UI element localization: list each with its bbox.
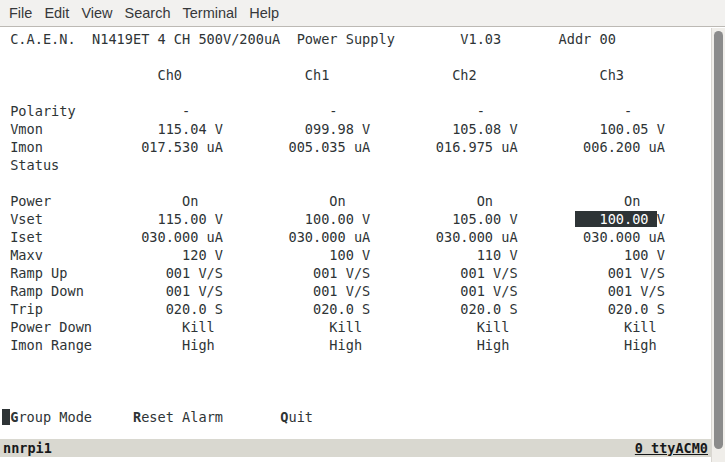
- scrollbar[interactable]: [711, 28, 725, 462]
- channel-header-row: Ch0 Ch1 Ch2 Ch3: [2, 66, 711, 84]
- title-line: C.A.E.N. N1419ET 4 CH 500V/200uA Power S…: [2, 30, 711, 48]
- row-ramp-down: Ramp Down 001 V/S 001 V/S 001 V/S 001 V/…: [2, 282, 711, 300]
- menu-file[interactable]: File: [3, 5, 38, 21]
- row-imon: Imon 017.530 uA 005.035 uA 016.975 uA 00…: [2, 138, 711, 156]
- menubar: File Edit View Search Terminal Help: [0, 0, 725, 27]
- terminal-text: [92, 409, 133, 425]
- menu-search[interactable]: Search: [119, 5, 177, 21]
- menu-edit[interactable]: Edit: [38, 5, 75, 21]
- row-maxv: Maxv 120 V 100 V 110 V 100 V: [2, 246, 711, 264]
- status-bar: nnrpi1 0 ttyACM0: [0, 439, 711, 457]
- row-status: Status: [2, 156, 711, 174]
- row-polarity: Polarity - - - -: [2, 102, 711, 120]
- terminal-text: Trip 020.0 S 020.0 S 020.0 S 020.0 S: [2, 301, 665, 317]
- row-ramp-up: Ramp Up 001 V/S 001 V/S 001 V/S 001 V/S: [2, 264, 711, 282]
- reset-alarm-hotkey[interactable]: R: [133, 409, 141, 425]
- footer-commands: Group Mode Reset Alarm Quit: [2, 408, 711, 426]
- terminal-text: V: [657, 211, 665, 227]
- row-imon-range: Imon Range High High High High: [2, 336, 711, 354]
- row-vset: Vset 115.00 V 100.00 V 105.00 V 100.00 V: [2, 210, 711, 228]
- blank-line: [2, 84, 711, 102]
- blank-line: [2, 390, 711, 408]
- group-mode-command[interactable]: roup Mode: [18, 409, 92, 425]
- terminal-text: Vmon 115.04 V 099.98 V 105.08 V 100.05 V: [2, 121, 665, 137]
- terminal-text: Maxv 120 V 100 V 110 V 100 V: [2, 247, 665, 263]
- vset-ch3-selected-value[interactable]: 100.00: [575, 211, 657, 227]
- quit-command[interactable]: uit: [288, 409, 313, 425]
- terminal-text: Power On On On On: [2, 193, 640, 209]
- terminal-window: File Edit View Search Terminal Help C.A.…: [0, 0, 725, 462]
- row-vmon: Vmon 115.04 V 099.98 V 105.08 V 100.05 V: [2, 120, 711, 138]
- row-iset: Iset 030.000 uA 030.000 uA 030.000 uA 03…: [2, 228, 711, 246]
- blank-line: [2, 372, 711, 390]
- scrollbar-thumb[interactable]: [714, 31, 723, 449]
- blank-line: [2, 354, 711, 372]
- terminal-text: Vset 115.00 V 100.00 V 105.00 V: [2, 211, 575, 227]
- blank-line: [2, 48, 711, 66]
- statusbar-hostname: nnrpi1: [3, 439, 52, 457]
- terminal-text: Imon Range High High High High: [2, 337, 657, 353]
- terminal-text: [223, 409, 280, 425]
- row-trip: Trip 020.0 S 020.0 S 020.0 S 020.0 S: [2, 300, 711, 318]
- terminal-text: Imon 017.530 uA 005.035 uA 016.975 uA 00…: [2, 139, 665, 155]
- terminal-text: Power Down Kill Kill Kill Kill: [2, 319, 657, 335]
- reset-alarm-command[interactable]: eset Alarm: [141, 409, 223, 425]
- terminal-text: Ramp Up 001 V/S 001 V/S 001 V/S 001 V/S: [2, 265, 665, 281]
- terminal-text: Iset 030.000 uA 030.000 uA 030.000 uA 03…: [2, 229, 665, 245]
- menu-terminal[interactable]: Terminal: [177, 5, 244, 21]
- menu-view[interactable]: View: [75, 5, 118, 21]
- terminal-text: C.A.E.N. N1419ET 4 CH 500V/200uA Power S…: [2, 31, 616, 47]
- terminal-text: Polarity - - - -: [2, 103, 632, 119]
- terminal-text: Ch0 Ch1 Ch2 Ch3: [2, 67, 624, 83]
- blank-line: [2, 174, 711, 192]
- terminal-screen[interactable]: C.A.E.N. N1419ET 4 CH 500V/200uA Power S…: [0, 28, 711, 462]
- row-power-down: Power Down Kill Kill Kill Kill: [2, 318, 711, 336]
- terminal-text: Ramp Down 001 V/S 001 V/S 001 V/S 001 V/…: [2, 283, 665, 299]
- cursor-block: [2, 409, 10, 425]
- menu-help[interactable]: Help: [243, 5, 285, 21]
- statusbar-window-tty: 0 ttyACM0: [635, 439, 708, 457]
- terminal-text: Status: [2, 157, 59, 173]
- row-power: Power On On On On: [2, 192, 711, 210]
